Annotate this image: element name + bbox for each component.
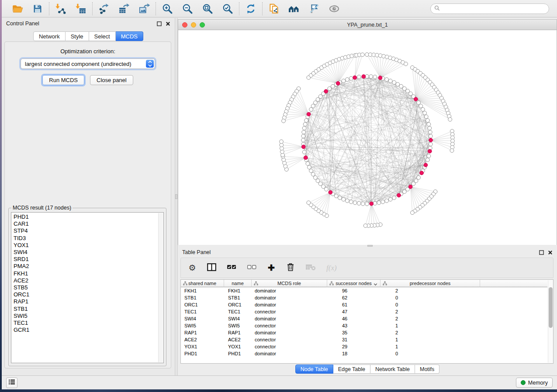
cell-predecessor-nodes[interactable]: 2 <box>381 287 480 294</box>
cell-shared-name[interactable]: SWI4 <box>181 315 224 322</box>
run-mcds-button[interactable]: Run MCDS <box>42 75 84 85</box>
cell-name[interactable]: TEC1 <box>224 308 252 315</box>
close-panel-icon[interactable] <box>166 21 170 26</box>
cell-successor-nodes[interactable]: 46 <box>327 315 381 322</box>
mcds-result-item[interactable]: PMA2 <box>14 263 156 270</box>
mcds-result-item[interactable]: ACE2 <box>14 277 156 284</box>
zoom-selected-button[interactable] <box>222 3 233 14</box>
zoom-fit-button[interactable] <box>202 3 213 14</box>
cell-shared-name[interactable]: ACE2 <box>181 336 224 343</box>
memory-button[interactable]: Memory <box>516 378 553 388</box>
mcds-result-item[interactable]: STP4 <box>14 227 156 234</box>
network-titlebar[interactable]: YPA_prune.txt_1 <box>178 20 557 30</box>
import-table-button[interactable] <box>75 3 86 14</box>
cell-shared-name[interactable]: PHD1 <box>181 350 224 357</box>
table-row[interactable]: SWI4SWI4dominator462 <box>181 315 547 322</box>
cell-shared-name[interactable]: FKH1 <box>181 287 224 294</box>
scrollbar-thumb[interactable] <box>549 287 553 328</box>
network-canvas[interactable] <box>178 30 557 245</box>
mcds-result-item[interactable]: YOX1 <box>14 242 156 249</box>
mcds-result-item[interactable]: SWI5 <box>14 313 156 320</box>
tab-style[interactable]: Style <box>66 31 89 41</box>
mcds-result-item[interactable]: TEC1 <box>14 320 156 327</box>
cell-MCDS-role[interactable]: connector <box>252 322 327 329</box>
cell-MCDS-role[interactable]: dominator <box>252 287 327 294</box>
cell-successor-nodes[interactable]: 43 <box>327 322 381 329</box>
mcds-result-item[interactable]: STB1 <box>14 306 156 313</box>
float-panel-icon[interactable] <box>157 21 162 26</box>
clone-network-button[interactable] <box>268 3 280 14</box>
close-panel-button[interactable]: Close panel <box>90 75 133 85</box>
table-row[interactable]: STB1STB1dominator620 <box>181 294 547 301</box>
mcds-result-item[interactable]: RAP1 <box>14 298 156 305</box>
cell-name[interactable]: PHD1 <box>224 350 252 357</box>
cell-name[interactable]: SWI5 <box>224 322 252 329</box>
cell-predecessor-nodes[interactable]: 2 <box>381 308 480 315</box>
show-columns-button[interactable] <box>207 263 216 273</box>
cell-predecessor-nodes[interactable]: 1 <box>381 322 480 329</box>
cell-predecessor-nodes[interactable]: 0 <box>381 301 480 308</box>
table-row[interactable]: FKH1FKH1dominator962 <box>181 287 547 294</box>
cell-predecessor-nodes[interactable]: 1 <box>381 343 480 350</box>
tab-mcds[interactable]: MCDS <box>116 31 143 41</box>
cell-shared-name[interactable]: TEC1 <box>181 308 224 315</box>
cell-MCDS-role[interactable]: dominator <box>252 294 327 301</box>
cell-MCDS-role[interactable]: dominator <box>252 350 327 357</box>
mcds-result-item[interactable]: SWI4 <box>14 249 156 256</box>
import-network-button[interactable] <box>55 3 66 14</box>
cell-successor-nodes[interactable]: 61 <box>327 301 381 308</box>
cell-shared-name[interactable]: SWI5 <box>181 322 224 329</box>
cell-name[interactable]: ACE2 <box>224 336 252 343</box>
search-input[interactable] <box>442 6 545 12</box>
table-row[interactable]: TEC1TEC1connector472 <box>181 308 547 315</box>
cell-name[interactable]: YOX1 <box>224 343 252 350</box>
mcds-result-item[interactable]: GCR1 <box>14 327 156 334</box>
table-row[interactable]: YOX1YOX1connector291 <box>181 343 547 350</box>
tab-network[interactable]: Network <box>33 31 66 41</box>
open-file-button[interactable] <box>12 3 23 14</box>
cell-shared-name[interactable]: YOX1 <box>181 343 224 350</box>
cell-predecessor-nodes[interactable]: 0 <box>381 350 480 357</box>
cell-successor-nodes[interactable]: 96 <box>327 287 381 294</box>
zoom-in-button[interactable] <box>162 3 173 14</box>
nested-networks-button[interactable] <box>288 3 300 14</box>
cell-MCDS-role[interactable]: dominator <box>252 329 327 336</box>
cell-successor-nodes[interactable]: 62 <box>327 294 381 301</box>
export-image-button[interactable] <box>138 3 150 14</box>
delete-columns-button[interactable] <box>286 263 295 273</box>
table-tab-motifs[interactable]: Motifs <box>415 364 439 374</box>
table-row[interactable]: PHD1PHD1dominator180 <box>181 350 547 357</box>
table-mode-button[interactable]: ⚙ <box>188 263 197 273</box>
cell-successor-nodes[interactable]: 47 <box>327 308 381 315</box>
mcds-result-item[interactable]: STB5 <box>14 284 156 291</box>
cell-successor-nodes[interactable]: 29 <box>327 343 381 350</box>
cell-successor-nodes[interactable]: 35 <box>327 329 381 336</box>
cell-name[interactable]: SWI4 <box>224 315 252 322</box>
mcds-result-item[interactable]: CAR1 <box>14 220 156 227</box>
splitter-grip[interactable] <box>175 194 177 199</box>
show-panels-button[interactable] <box>6 378 17 388</box>
cell-MCDS-role[interactable]: connector <box>252 336 327 343</box>
cell-predecessor-nodes[interactable]: 2 <box>381 329 480 336</box>
cell-predecessor-nodes[interactable]: 1 <box>381 336 480 343</box>
show-hidden-button[interactable] <box>329 3 340 14</box>
cell-name[interactable]: ORC1 <box>224 301 252 308</box>
create-column-button[interactable]: ✚ <box>267 263 276 273</box>
cell-name[interactable]: STB1 <box>224 294 252 301</box>
column-header-shared-name[interactable]: shared name <box>181 280 224 287</box>
mcds-result-item[interactable]: PHD1 <box>14 213 156 220</box>
mcds-result-item[interactable]: TID3 <box>14 235 156 242</box>
cell-MCDS-role[interactable]: dominator <box>252 301 327 308</box>
cell-name[interactable]: FKH1 <box>224 287 252 294</box>
search-box[interactable] <box>430 3 549 14</box>
cell-MCDS-role[interactable]: dominator <box>252 315 327 322</box>
zoom-out-button[interactable] <box>182 3 193 14</box>
cell-predecessor-nodes[interactable]: 0 <box>381 294 480 301</box>
table-tab-network-table[interactable]: Network Table <box>370 364 415 374</box>
table-tab-edge-table[interactable]: Edge Table <box>333 364 370 374</box>
mcds-result-list[interactable]: PHD1CAR1STP4TID3YOX1SWI4SRD1PMA2FKH1ACE2… <box>11 212 164 363</box>
list-scrollbar[interactable] <box>158 213 163 362</box>
float-panel-icon[interactable] <box>539 250 544 255</box>
table-row[interactable]: SWI5SWI5connector431 <box>181 322 547 329</box>
table-row[interactable]: ACE2ACE2connector311 <box>181 336 547 343</box>
